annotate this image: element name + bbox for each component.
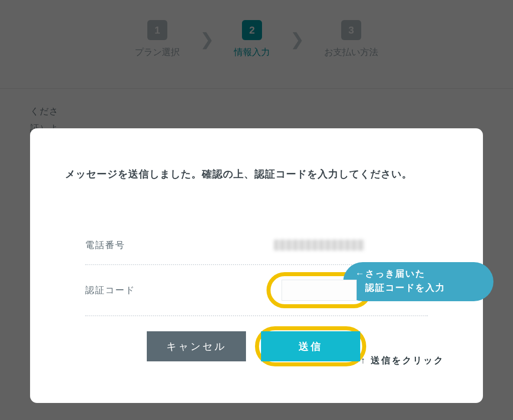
cancel-button[interactable]: キャンセル — [147, 331, 246, 361]
phone-blurred-value — [274, 240, 364, 251]
modal-title: メッセージを送信しました。確認の上、認証コードを入力してください。 — [65, 167, 453, 181]
row-phone: 電話番号 — [85, 226, 428, 265]
annotation-line: ←さっき届いた — [355, 267, 482, 281]
annotation-code-hint: ←さっき届いた 認証コードを入力 — [343, 262, 493, 301]
submit-highlight-wrap: 送信 — [255, 326, 366, 366]
annotation-line: 認証コードを入力 — [355, 281, 482, 295]
verification-code-input[interactable] — [282, 280, 357, 301]
phone-value — [210, 233, 428, 257]
code-label: 認証コード — [85, 284, 210, 296]
phone-label: 電話番号 — [85, 239, 210, 251]
submit-button[interactable]: 送信 — [261, 331, 360, 361]
annotation-submit-hint: ↑ 送信をクリック — [361, 354, 444, 366]
